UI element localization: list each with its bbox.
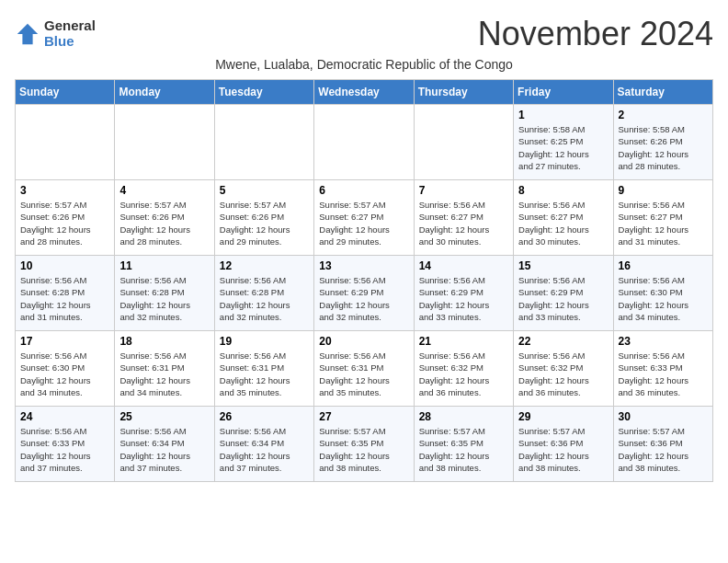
day-number: 8 — [518, 184, 608, 197]
col-header-monday: Monday — [115, 80, 214, 105]
day-info: Sunrise: 5:56 AM Sunset: 6:31 PM Dayligh… — [319, 350, 408, 398]
logo: General Blue — [15, 18, 96, 49]
calendar-cell: 1Sunrise: 5:58 AM Sunset: 6:25 PM Daylig… — [514, 105, 613, 180]
calendar-cell: 25Sunrise: 5:56 AM Sunset: 6:34 PM Dayli… — [115, 407, 214, 482]
calendar-cell: 18Sunrise: 5:56 AM Sunset: 6:31 PM Dayli… — [115, 331, 214, 407]
day-number: 2 — [619, 109, 708, 121]
day-number: 10 — [20, 259, 109, 272]
day-number: 17 — [20, 335, 109, 348]
day-info: Sunrise: 5:56 AM Sunset: 6:33 PM Dayligh… — [619, 350, 708, 398]
day-number: 28 — [419, 410, 508, 423]
calendar-cell: 27Sunrise: 5:57 AM Sunset: 6:35 PM Dayli… — [314, 407, 414, 482]
calendar-cell: 15Sunrise: 5:56 AM Sunset: 6:29 PM Dayli… — [514, 256, 613, 331]
calendar-cell: 29Sunrise: 5:57 AM Sunset: 6:36 PM Dayli… — [514, 407, 613, 482]
col-header-thursday: Thursday — [414, 80, 513, 105]
calendar-cell: 5Sunrise: 5:57 AM Sunset: 6:26 PM Daylig… — [214, 180, 313, 256]
calendar-cell: 6Sunrise: 5:57 AM Sunset: 6:27 PM Daylig… — [314, 180, 414, 256]
day-number: 19 — [220, 335, 309, 348]
day-number: 5 — [220, 184, 309, 197]
calendar-cell: 22Sunrise: 5:56 AM Sunset: 6:32 PM Dayli… — [514, 331, 613, 407]
svg-marker-0 — [17, 23, 38, 43]
calendar-cell: 23Sunrise: 5:56 AM Sunset: 6:33 PM Dayli… — [613, 331, 712, 407]
calendar-week-row: 3Sunrise: 5:57 AM Sunset: 6:26 PM Daylig… — [16, 180, 713, 256]
calendar-cell: 19Sunrise: 5:56 AM Sunset: 6:31 PM Dayli… — [214, 331, 313, 407]
day-info: Sunrise: 5:57 AM Sunset: 6:35 PM Dayligh… — [319, 425, 408, 474]
day-number: 13 — [319, 259, 408, 272]
title-block: November 2024 — [478, 15, 713, 53]
calendar-cell: 17Sunrise: 5:56 AM Sunset: 6:30 PM Dayli… — [16, 331, 115, 407]
logo-text: General Blue — [44, 18, 96, 49]
calendar-cell — [414, 105, 513, 180]
day-info: Sunrise: 5:56 AM Sunset: 6:28 PM Dayligh… — [220, 274, 309, 323]
calendar-cell: 12Sunrise: 5:56 AM Sunset: 6:28 PM Dayli… — [214, 256, 313, 331]
day-info: Sunrise: 5:57 AM Sunset: 6:27 PM Dayligh… — [319, 199, 408, 247]
day-info: Sunrise: 5:56 AM Sunset: 6:29 PM Dayligh… — [419, 274, 508, 323]
day-number: 6 — [319, 184, 408, 197]
day-number: 22 — [518, 335, 608, 348]
day-info: Sunrise: 5:56 AM Sunset: 6:34 PM Dayligh… — [119, 425, 209, 474]
day-info: Sunrise: 5:56 AM Sunset: 6:31 PM Dayligh… — [220, 350, 309, 398]
day-number: 24 — [20, 410, 109, 423]
calendar-cell: 9Sunrise: 5:56 AM Sunset: 6:27 PM Daylig… — [613, 180, 712, 256]
day-number: 30 — [619, 410, 708, 423]
day-info: Sunrise: 5:56 AM Sunset: 6:27 PM Dayligh… — [619, 199, 708, 247]
day-info: Sunrise: 5:58 AM Sunset: 6:25 PM Dayligh… — [518, 123, 608, 172]
calendar-week-row: 24Sunrise: 5:56 AM Sunset: 6:33 PM Dayli… — [16, 407, 713, 482]
col-header-sunday: Sunday — [16, 80, 115, 105]
day-info: Sunrise: 5:57 AM Sunset: 6:26 PM Dayligh… — [119, 199, 209, 247]
day-number: 21 — [419, 335, 508, 348]
calendar-cell: 21Sunrise: 5:56 AM Sunset: 6:32 PM Dayli… — [414, 331, 513, 407]
day-info: Sunrise: 5:57 AM Sunset: 6:36 PM Dayligh… — [619, 425, 708, 474]
day-number: 16 — [619, 259, 708, 272]
calendar-cell: 30Sunrise: 5:57 AM Sunset: 6:36 PM Dayli… — [613, 407, 712, 482]
calendar-cell: 10Sunrise: 5:56 AM Sunset: 6:28 PM Dayli… — [16, 256, 115, 331]
day-info: Sunrise: 5:56 AM Sunset: 6:33 PM Dayligh… — [20, 425, 109, 474]
location-subtitle: Mwene, Lualaba, Democratic Republic of t… — [15, 57, 713, 72]
day-number: 3 — [20, 184, 109, 197]
day-info: Sunrise: 5:56 AM Sunset: 6:27 PM Dayligh… — [419, 199, 508, 247]
calendar-cell: 26Sunrise: 5:56 AM Sunset: 6:34 PM Dayli… — [214, 407, 313, 482]
day-info: Sunrise: 5:57 AM Sunset: 6:26 PM Dayligh… — [220, 199, 309, 247]
day-info: Sunrise: 5:56 AM Sunset: 6:34 PM Dayligh… — [220, 425, 309, 474]
day-number: 27 — [319, 410, 408, 423]
day-info: Sunrise: 5:56 AM Sunset: 6:30 PM Dayligh… — [619, 274, 708, 323]
page-header: General Blue November 2024 — [15, 15, 713, 53]
day-number: 23 — [619, 335, 708, 348]
logo-general: General — [44, 18, 96, 34]
calendar-week-row: 1Sunrise: 5:58 AM Sunset: 6:25 PM Daylig… — [16, 105, 713, 180]
calendar-table: SundayMondayTuesdayWednesdayThursdayFrid… — [15, 79, 713, 482]
logo-blue: Blue — [44, 34, 96, 50]
day-number: 15 — [518, 259, 608, 272]
day-info: Sunrise: 5:56 AM Sunset: 6:32 PM Dayligh… — [419, 350, 508, 398]
day-number: 11 — [119, 259, 209, 272]
day-number: 25 — [119, 410, 209, 423]
day-number: 9 — [619, 184, 708, 197]
calendar-cell: 4Sunrise: 5:57 AM Sunset: 6:26 PM Daylig… — [115, 180, 214, 256]
calendar-cell: 2Sunrise: 5:58 AM Sunset: 6:26 PM Daylig… — [613, 105, 712, 180]
col-header-saturday: Saturday — [613, 80, 712, 105]
day-info: Sunrise: 5:57 AM Sunset: 6:26 PM Dayligh… — [20, 199, 109, 247]
calendar-cell: 14Sunrise: 5:56 AM Sunset: 6:29 PM Dayli… — [414, 256, 513, 331]
calendar-cell: 28Sunrise: 5:57 AM Sunset: 6:35 PM Dayli… — [414, 407, 513, 482]
day-info: Sunrise: 5:56 AM Sunset: 6:29 PM Dayligh… — [518, 274, 608, 323]
calendar-cell: 7Sunrise: 5:56 AM Sunset: 6:27 PM Daylig… — [414, 180, 513, 256]
day-number: 20 — [319, 335, 408, 348]
day-info: Sunrise: 5:56 AM Sunset: 6:32 PM Dayligh… — [518, 350, 608, 398]
day-info: Sunrise: 5:57 AM Sunset: 6:35 PM Dayligh… — [419, 425, 508, 474]
day-info: Sunrise: 5:56 AM Sunset: 6:29 PM Dayligh… — [319, 274, 408, 323]
day-info: Sunrise: 5:57 AM Sunset: 6:36 PM Dayligh… — [518, 425, 608, 474]
col-header-wednesday: Wednesday — [314, 80, 414, 105]
day-number: 7 — [419, 184, 508, 197]
calendar-week-row: 10Sunrise: 5:56 AM Sunset: 6:28 PM Dayli… — [16, 256, 713, 331]
day-number: 12 — [220, 259, 309, 272]
day-number: 29 — [518, 410, 608, 423]
day-info: Sunrise: 5:56 AM Sunset: 6:30 PM Dayligh… — [20, 350, 109, 398]
calendar-cell — [314, 105, 414, 180]
col-header-friday: Friday — [514, 80, 613, 105]
day-info: Sunrise: 5:56 AM Sunset: 6:28 PM Dayligh… — [119, 274, 209, 323]
calendar-cell: 8Sunrise: 5:56 AM Sunset: 6:27 PM Daylig… — [514, 180, 613, 256]
month-title: November 2024 — [478, 15, 713, 53]
calendar-cell — [115, 105, 214, 180]
day-number: 14 — [419, 259, 508, 272]
day-info: Sunrise: 5:56 AM Sunset: 6:28 PM Dayligh… — [20, 274, 109, 323]
